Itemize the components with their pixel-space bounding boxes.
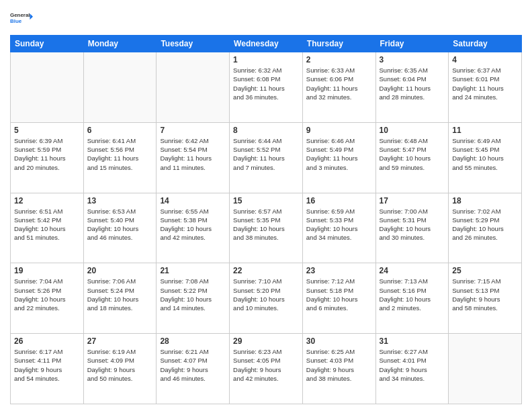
svg-text:Blue: Blue <box>10 18 22 24</box>
day-number-11: 11 <box>452 126 518 135</box>
day-number-4: 4 <box>452 55 518 64</box>
day-cell-31: 31Sunrise: 6:27 AM Sunset: 4:01 PM Dayli… <box>375 334 449 404</box>
day-number-19: 19 <box>14 266 80 275</box>
day-info-3: Sunrise: 6:35 AM Sunset: 6:04 PM Dayligh… <box>380 66 445 101</box>
day-cell-12: 12Sunrise: 6:51 AM Sunset: 5:42 PM Dayli… <box>11 193 84 263</box>
svg-text:General: General <box>10 12 30 18</box>
day-info-7: Sunrise: 6:42 AM Sunset: 5:54 PM Dayligh… <box>160 136 226 172</box>
day-number-6: 6 <box>87 126 153 135</box>
day-info-21: Sunrise: 7:08 AM Sunset: 5:22 PM Dayligh… <box>160 277 226 312</box>
day-info-17: Sunrise: 7:00 AM Sunset: 5:31 PM Dayligh… <box>380 207 445 242</box>
day-cell-30: 30Sunrise: 6:25 AM Sunset: 4:03 PM Dayli… <box>302 334 375 404</box>
day-number-21: 21 <box>160 266 226 275</box>
day-number-5: 5 <box>14 126 80 135</box>
empty-cell <box>11 52 84 123</box>
day-number-26: 26 <box>14 336 80 346</box>
week-row-0: 1Sunrise: 6:32 AM Sunset: 6:08 PM Daylig… <box>11 52 522 123</box>
day-info-30: Sunrise: 6:25 AM Sunset: 4:03 PM Dayligh… <box>306 347 372 383</box>
day-number-12: 12 <box>14 196 80 205</box>
day-info-14: Sunrise: 6:55 AM Sunset: 5:38 PM Dayligh… <box>160 207 226 242</box>
day-cell-11: 11Sunrise: 6:49 AM Sunset: 5:45 PM Dayli… <box>449 122 522 193</box>
weekday-header-friday: Friday <box>375 36 449 52</box>
day-info-28: Sunrise: 6:21 AM Sunset: 4:07 PM Dayligh… <box>160 347 226 383</box>
day-cell-6: 6Sunrise: 6:41 AM Sunset: 5:56 PM Daylig… <box>83 122 157 193</box>
day-number-18: 18 <box>452 196 518 205</box>
day-cell-2: 2Sunrise: 6:33 AM Sunset: 6:06 PM Daylig… <box>302 52 375 123</box>
week-row-1: 5Sunrise: 6:39 AM Sunset: 5:59 PM Daylig… <box>11 122 522 193</box>
day-cell-15: 15Sunrise: 6:57 AM Sunset: 5:35 PM Dayli… <box>230 193 303 263</box>
day-cell-3: 3Sunrise: 6:35 AM Sunset: 6:04 PM Daylig… <box>375 52 449 123</box>
day-info-23: Sunrise: 7:12 AM Sunset: 5:18 PM Dayligh… <box>306 277 372 312</box>
weekday-header-wednesday: Wednesday <box>230 36 303 52</box>
day-cell-27: 27Sunrise: 6:19 AM Sunset: 4:09 PM Dayli… <box>83 334 157 404</box>
day-cell-24: 24Sunrise: 7:13 AM Sunset: 5:16 PM Dayli… <box>375 263 449 334</box>
day-number-8: 8 <box>233 126 299 135</box>
day-info-10: Sunrise: 6:48 AM Sunset: 5:47 PM Dayligh… <box>380 136 445 172</box>
day-info-1: Sunrise: 6:32 AM Sunset: 6:08 PM Dayligh… <box>233 66 299 101</box>
day-info-8: Sunrise: 6:44 AM Sunset: 5:52 PM Dayligh… <box>233 136 299 172</box>
day-info-22: Sunrise: 7:10 AM Sunset: 5:20 PM Dayligh… <box>233 277 299 312</box>
day-number-29: 29 <box>233 336 299 346</box>
day-number-23: 23 <box>306 266 372 275</box>
day-cell-18: 18Sunrise: 7:02 AM Sunset: 5:29 PM Dayli… <box>449 193 522 263</box>
day-cell-23: 23Sunrise: 7:12 AM Sunset: 5:18 PM Dayli… <box>302 263 375 334</box>
day-cell-5: 5Sunrise: 6:39 AM Sunset: 5:59 PM Daylig… <box>11 122 84 193</box>
logo: General Blue <box>10 7 33 30</box>
day-number-10: 10 <box>380 126 445 135</box>
empty-cell <box>449 334 522 404</box>
day-cell-28: 28Sunrise: 6:21 AM Sunset: 4:07 PM Dayli… <box>157 334 230 404</box>
day-info-13: Sunrise: 6:53 AM Sunset: 5:40 PM Dayligh… <box>87 207 153 242</box>
day-cell-7: 7Sunrise: 6:42 AM Sunset: 5:54 PM Daylig… <box>157 122 230 193</box>
day-cell-16: 16Sunrise: 6:59 AM Sunset: 5:33 PM Dayli… <box>302 193 375 263</box>
day-info-15: Sunrise: 6:57 AM Sunset: 5:35 PM Dayligh… <box>233 207 299 242</box>
day-cell-29: 29Sunrise: 6:23 AM Sunset: 4:05 PM Dayli… <box>230 334 303 404</box>
day-number-31: 31 <box>380 336 445 346</box>
day-number-22: 22 <box>233 266 299 275</box>
day-cell-4: 4Sunrise: 6:37 AM Sunset: 6:01 PM Daylig… <box>449 52 522 123</box>
day-info-19: Sunrise: 7:04 AM Sunset: 5:26 PM Dayligh… <box>14 277 80 312</box>
day-cell-13: 13Sunrise: 6:53 AM Sunset: 5:40 PM Dayli… <box>83 193 157 263</box>
weekday-header-monday: Monday <box>83 36 157 52</box>
weekday-header-row: SundayMondayTuesdayWednesdayThursdayFrid… <box>11 36 522 52</box>
weekday-header-saturday: Saturday <box>449 36 522 52</box>
weekday-header-tuesday: Tuesday <box>157 36 230 52</box>
week-row-3: 19Sunrise: 7:04 AM Sunset: 5:26 PM Dayli… <box>11 263 522 334</box>
day-number-25: 25 <box>452 266 518 275</box>
day-info-9: Sunrise: 6:46 AM Sunset: 5:49 PM Dayligh… <box>306 136 372 172</box>
day-info-20: Sunrise: 7:06 AM Sunset: 5:24 PM Dayligh… <box>87 277 153 312</box>
day-number-27: 27 <box>87 336 153 346</box>
day-info-6: Sunrise: 6:41 AM Sunset: 5:56 PM Dayligh… <box>87 136 153 172</box>
day-info-24: Sunrise: 7:13 AM Sunset: 5:16 PM Dayligh… <box>380 277 445 312</box>
day-number-2: 2 <box>306 55 372 64</box>
day-number-15: 15 <box>233 196 299 205</box>
day-number-3: 3 <box>380 55 445 64</box>
day-number-9: 9 <box>306 126 372 135</box>
day-info-29: Sunrise: 6:23 AM Sunset: 4:05 PM Dayligh… <box>233 347 299 383</box>
day-info-31: Sunrise: 6:27 AM Sunset: 4:01 PM Dayligh… <box>380 347 445 383</box>
day-cell-14: 14Sunrise: 6:55 AM Sunset: 5:38 PM Dayli… <box>157 193 230 263</box>
week-row-2: 12Sunrise: 6:51 AM Sunset: 5:42 PM Dayli… <box>11 193 522 263</box>
weekday-header-sunday: Sunday <box>11 36 84 52</box>
empty-cell <box>83 52 157 123</box>
day-cell-10: 10Sunrise: 6:48 AM Sunset: 5:47 PM Dayli… <box>375 122 449 193</box>
day-number-7: 7 <box>160 126 226 135</box>
day-number-14: 14 <box>160 196 226 205</box>
day-info-26: Sunrise: 6:17 AM Sunset: 4:11 PM Dayligh… <box>14 347 80 383</box>
day-cell-21: 21Sunrise: 7:08 AM Sunset: 5:22 PM Dayli… <box>157 263 230 334</box>
day-info-4: Sunrise: 6:37 AM Sunset: 6:01 PM Dayligh… <box>452 66 518 101</box>
page: General Blue SundayMondayTuesdayWednesda… <box>0 0 532 411</box>
week-row-4: 26Sunrise: 6:17 AM Sunset: 4:11 PM Dayli… <box>11 334 522 404</box>
weekday-header-thursday: Thursday <box>302 36 375 52</box>
day-cell-25: 25Sunrise: 7:15 AM Sunset: 5:13 PM Dayli… <box>449 263 522 334</box>
day-cell-17: 17Sunrise: 7:00 AM Sunset: 5:31 PM Dayli… <box>375 193 449 263</box>
day-info-2: Sunrise: 6:33 AM Sunset: 6:06 PM Dayligh… <box>306 66 372 101</box>
svg-marker-2 <box>30 13 33 19</box>
empty-cell <box>157 52 230 123</box>
day-number-17: 17 <box>380 196 445 205</box>
day-info-5: Sunrise: 6:39 AM Sunset: 5:59 PM Dayligh… <box>14 136 80 172</box>
logo-svg: General Blue <box>10 7 33 30</box>
day-cell-22: 22Sunrise: 7:10 AM Sunset: 5:20 PM Dayli… <box>230 263 303 334</box>
day-number-13: 13 <box>87 196 153 205</box>
day-info-16: Sunrise: 6:59 AM Sunset: 5:33 PM Dayligh… <box>306 207 372 242</box>
day-info-18: Sunrise: 7:02 AM Sunset: 5:29 PM Dayligh… <box>452 207 518 242</box>
